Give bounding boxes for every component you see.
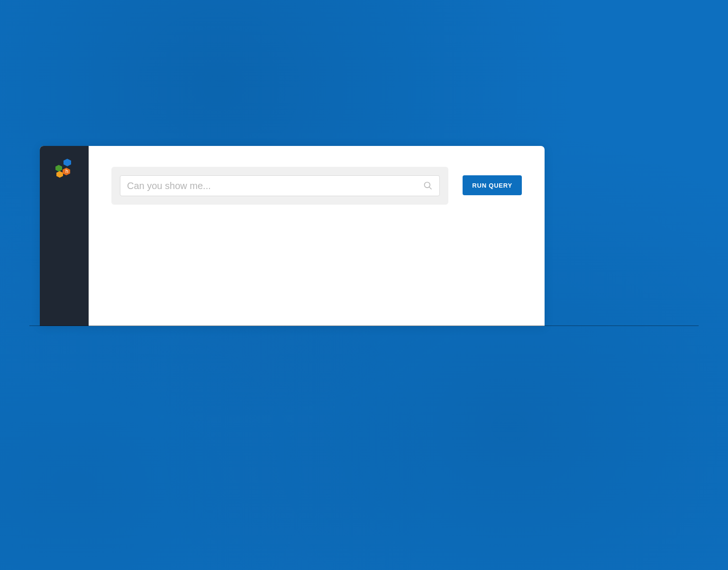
svg-line-6 bbox=[429, 187, 432, 190]
svg-marker-1 bbox=[55, 165, 62, 172]
logo[interactable]: h bbox=[53, 157, 76, 180]
app-window: h RUN QUERY bbox=[40, 146, 545, 326]
honeycomb-logo-icon: h bbox=[53, 157, 76, 180]
main-content: RUN QUERY bbox=[89, 146, 545, 326]
search-box[interactable] bbox=[120, 175, 440, 196]
svg-text:h: h bbox=[65, 168, 68, 174]
svg-marker-2 bbox=[56, 171, 63, 178]
ground-line bbox=[29, 326, 699, 326]
sidebar: h bbox=[40, 146, 89, 326]
run-query-button[interactable]: RUN QUERY bbox=[463, 175, 522, 195]
search-container bbox=[111, 167, 448, 205]
svg-marker-0 bbox=[64, 159, 71, 166]
search-icon bbox=[423, 181, 433, 190]
svg-point-5 bbox=[425, 182, 430, 188]
search-input[interactable] bbox=[127, 181, 423, 191]
